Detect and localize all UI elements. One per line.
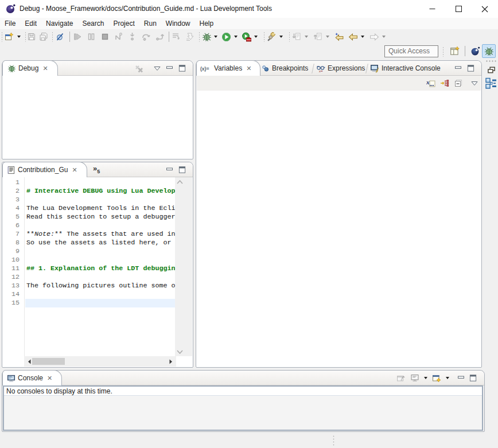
tab-close-icon[interactable]: ✕: [42, 65, 48, 72]
window-title: Debug - Moose_Framework/docs/Contributio…: [20, 0, 272, 18]
resume-button[interactable]: [73, 30, 82, 44]
toolbar-separator: [169, 32, 169, 42]
next-annotation-dropdown[interactable]: [305, 30, 308, 44]
debug-perspective-button[interactable]: [482, 44, 496, 58]
hidden-editors-chevron[interactable]: »5: [93, 164, 100, 174]
open-console-dropdown[interactable]: [446, 377, 449, 379]
menu-edit[interactable]: Edit: [20, 18, 41, 29]
search-dropdown[interactable]: [279, 30, 283, 44]
editor-horizontal-scrollbar[interactable]: [24, 356, 176, 367]
last-edit-location-button[interactable]: [334, 30, 344, 44]
editor-line: Read this section to setup a debugger: [26, 213, 176, 221]
minimize-icon[interactable]: [166, 65, 173, 72]
maximize-icon[interactable]: [178, 65, 186, 72]
outline-view-icon[interactable]: [485, 77, 497, 89]
maximize-icon[interactable]: [469, 375, 477, 381]
menu-help[interactable]: Help: [195, 18, 219, 29]
skip-all-breakpoints-button[interactable]: [55, 30, 64, 44]
console-panel: Console ✕ No consoles to display at this…: [2, 370, 485, 432]
view-menu-icon[interactable]: [154, 66, 161, 71]
save-all-button[interactable]: [39, 30, 48, 44]
lua-perspective-button[interactable]: [468, 44, 482, 58]
editor-text-area[interactable]: # Interactive DEBUG using Lua DevelopmTh…: [25, 177, 176, 356]
step-into-button[interactable]: [128, 30, 137, 44]
maximize-icon[interactable]: [467, 65, 474, 72]
window-minimize-button[interactable]: [419, 0, 445, 18]
editor-line: The following pictures outline some of: [26, 282, 176, 290]
line-number: 3: [3, 196, 20, 204]
menu-search[interactable]: Search: [77, 18, 108, 29]
editor-line: ## 1. Explanation of the LDT debugging: [26, 264, 176, 273]
maximize-icon[interactable]: [178, 166, 186, 173]
editor-vertical-scrollbar[interactable]: [175, 177, 192, 356]
step-return-button[interactable]: [155, 30, 165, 44]
forward-button[interactable]: [369, 30, 379, 44]
minimize-icon[interactable]: [454, 65, 462, 72]
open-perspective-button[interactable]: [448, 44, 462, 58]
tab-debug[interactable]: Debug ✕: [2, 60, 58, 76]
quick-access-input[interactable]: Quick Access: [384, 45, 438, 57]
menu-navigate[interactable]: Navigate: [41, 18, 77, 29]
line-number: 12: [3, 273, 20, 282]
tab-interactive-console[interactable]: Interactive Console: [368, 61, 444, 76]
menu-window[interactable]: Window: [161, 18, 195, 29]
view-menu-icon[interactable]: [471, 81, 478, 86]
back-button[interactable]: [348, 30, 358, 44]
scrollbar-thumb[interactable]: [32, 358, 65, 365]
step-over-button[interactable]: [142, 30, 151, 44]
tab-expressions[interactable]: Expressions: [314, 61, 368, 76]
window-close-button[interactable]: [472, 0, 498, 18]
back-dropdown[interactable]: [361, 30, 364, 44]
run-button[interactable]: [221, 30, 231, 44]
line-number: 4: [3, 204, 20, 213]
scroll-right-icon[interactable]: [169, 359, 173, 364]
tab-variables[interactable]: Variables ✕: [196, 60, 260, 76]
run-dropdown[interactable]: [234, 30, 238, 44]
scroll-down-icon[interactable]: [177, 350, 183, 354]
menu-file[interactable]: File: [0, 18, 20, 29]
window-maximize-button[interactable]: [445, 0, 472, 18]
menu-run[interactable]: Run: [139, 18, 161, 29]
display-console-dropdown[interactable]: [424, 377, 427, 379]
use-step-filters-button[interactable]: [185, 30, 194, 44]
terminate-button[interactable]: [100, 30, 110, 44]
editor-line: [26, 273, 176, 282]
remove-all-terminated-icon[interactable]: [135, 64, 144, 73]
scroll-up-icon[interactable]: [177, 180, 183, 184]
tab-console[interactable]: Console ✕: [2, 370, 62, 385]
interactive-console-icon: [370, 64, 379, 73]
drop-to-frame-button[interactable]: [172, 30, 181, 44]
next-annotation-button[interactable]: [292, 30, 301, 44]
tab-breakpoints[interactable]: Breakpoints: [259, 61, 313, 76]
new-wizard-button[interactable]: [5, 30, 14, 44]
line-number: 9: [3, 247, 20, 256]
external-tools-button[interactable]: [242, 30, 251, 44]
forward-dropdown[interactable]: [382, 30, 386, 44]
debug-dropdown[interactable]: [214, 30, 217, 44]
show-type-names-icon[interactable]: [426, 79, 435, 88]
open-console-icon[interactable]: [432, 373, 441, 383]
collapse-all-icon[interactable]: [454, 79, 463, 88]
minimize-icon[interactable]: [457, 375, 465, 381]
variables-stack-panel: Variables ✕ Breakpoints Expressions Inte…: [196, 60, 482, 368]
search-button[interactable]: [267, 30, 277, 44]
debug-button[interactable]: [202, 30, 212, 44]
display-selected-console-icon[interactable]: [410, 373, 419, 383]
pin-console-icon[interactable]: [396, 373, 406, 383]
minimize-icon[interactable]: [166, 166, 173, 173]
disconnect-button[interactable]: [114, 30, 123, 44]
scroll-left-icon[interactable]: [28, 359, 31, 364]
previous-annotation-button[interactable]: [313, 30, 322, 44]
tab-contribution-guide[interactable]: Contribution_Gu ✕: [2, 162, 87, 177]
restore-icon[interactable]: [487, 66, 496, 75]
menu-project[interactable]: Project: [108, 18, 139, 29]
previous-annotation-dropdown[interactable]: [326, 30, 329, 44]
external-tools-dropdown[interactable]: [254, 30, 258, 44]
show-logical-structures-icon[interactable]: [440, 79, 449, 88]
tab-close-icon[interactable]: ✕: [246, 65, 251, 72]
suspend-button[interactable]: [87, 30, 96, 44]
new-wizard-dropdown[interactable]: [17, 30, 21, 44]
save-button[interactable]: [27, 30, 36, 44]
tab-close-icon[interactable]: ✕: [72, 166, 77, 174]
tab-close-icon[interactable]: ✕: [47, 375, 52, 382]
